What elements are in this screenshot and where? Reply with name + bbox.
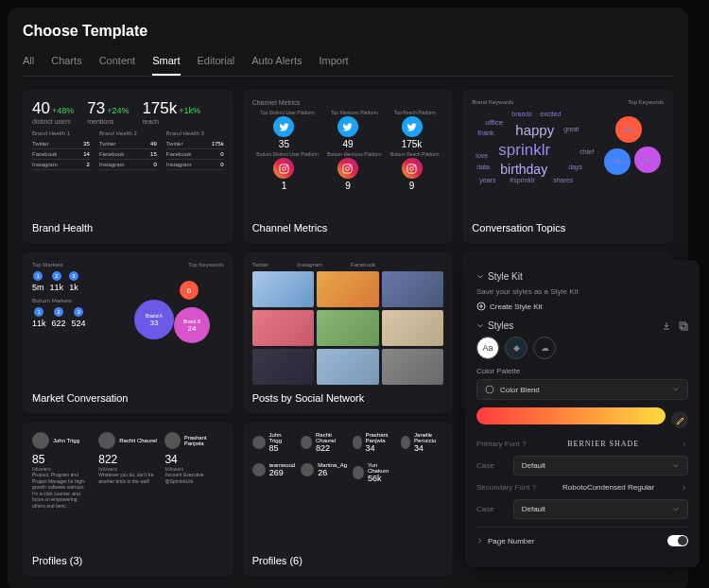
card-label: Conversation Topics (472, 222, 664, 233)
create-style-kit-button[interactable]: Create Style Kit (476, 302, 688, 311)
tab-auto-alerts[interactable]: Auto Alerts (251, 55, 302, 76)
template-card-profiles-3[interactable]: John Trigg85followersProduct, Program an… (23, 423, 233, 576)
template-card-market-conversation[interactable]: Top MarketsTop Keywords 15m211k31k Botto… (23, 252, 233, 413)
case-select-1[interactable]: Default (513, 456, 688, 476)
page-number-toggle[interactable] (667, 535, 688, 546)
svg-point-4 (346, 166, 350, 170)
template-card-posts[interactable]: TwitterInstagramFacebook Posts by Social… (243, 252, 454, 413)
chevron-down-icon (476, 273, 484, 281)
chevron-down-icon (672, 386, 680, 393)
tab-smart[interactable]: Smart (152, 55, 180, 76)
svg-point-8 (414, 165, 415, 166)
svg-point-1 (283, 166, 286, 170)
tab-import[interactable]: Import (319, 55, 348, 76)
card-label: Posts by Social Network (252, 392, 444, 404)
svg-rect-16 (680, 322, 685, 328)
card-label: Brand Health (32, 222, 224, 233)
svg-point-5 (350, 165, 351, 166)
style-preset-1[interactable]: Aa (476, 337, 499, 359)
template-card-conversation-topics[interactable]: Brand KeywordsTop Keywords happysprinklr… (462, 90, 673, 243)
style-preset-2[interactable]: ◆ (505, 337, 527, 359)
chevron-right-icon (476, 537, 484, 545)
page-title: Choose Template (23, 23, 673, 40)
section-header-stylekit[interactable]: Style Kit (476, 271, 688, 282)
template-card-brand-health[interactable]: 40+48%distinct users73+24%mentions175k+1… (23, 90, 233, 243)
style-side-panel: Style Kit Save your styles as a Style Ki… (465, 260, 700, 567)
svg-point-2 (286, 165, 287, 166)
color-palette-select[interactable]: Color Blend (476, 379, 688, 400)
case-select-2[interactable]: Default (513, 499, 688, 519)
primary-font-row[interactable]: Primary Font ? BERNIER SHADE (476, 440, 688, 448)
svg-rect-17 (682, 324, 687, 330)
card-label: Profiles (3) (32, 555, 224, 566)
plus-circle-icon (476, 302, 486, 311)
svg-point-18 (486, 386, 493, 393)
chevron-right-icon (681, 484, 688, 492)
copy-icon[interactable] (679, 321, 688, 331)
chevron-down-icon (672, 506, 680, 513)
template-card-channel-metrics[interactable]: Channel Metrics Top Distinct User Platfo… (243, 90, 454, 243)
svg-point-7 (410, 166, 414, 170)
section-header-styles[interactable]: Styles (476, 320, 688, 331)
secondary-font-row[interactable]: Secondary Font ? RobotoCondensed Regular (476, 483, 688, 492)
eyedropper-icon (676, 416, 684, 424)
card-label: Market Conversation (32, 392, 224, 404)
palette-icon (485, 385, 494, 394)
template-card-profiles-6[interactable]: John Trigg85Rachit Chaurel822Prashant Pa… (243, 423, 454, 576)
chevron-down-icon (476, 322, 484, 330)
eyedropper-button[interactable] (671, 411, 688, 428)
card-label: Channel Metrics (252, 222, 444, 233)
chevron-down-icon (672, 462, 680, 470)
chevron-right-icon (681, 441, 688, 448)
tab-charts[interactable]: Charts (51, 55, 81, 76)
category-tabs: AllChartsContentSmartEditorialAuto Alert… (23, 55, 673, 77)
card-label: Profiles (6) (252, 555, 444, 566)
download-icon[interactable] (662, 321, 671, 331)
gradient-slider[interactable] (476, 407, 666, 424)
style-preset-3[interactable]: ☁ (533, 337, 556, 359)
tab-all[interactable]: All (23, 55, 34, 76)
tab-content[interactable]: Content (99, 55, 136, 76)
tab-editorial[interactable]: Editorial (198, 55, 235, 76)
